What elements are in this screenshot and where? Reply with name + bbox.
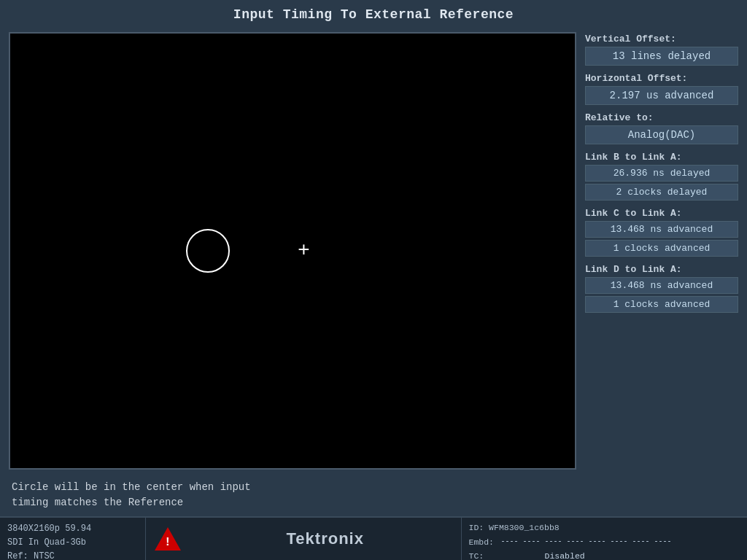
scope-circle [186, 229, 230, 273]
status-ref: Ref: NTSC [7, 550, 138, 560]
status-embd-label: Embd: [469, 535, 498, 550]
status-tc-label: TC: [469, 549, 498, 560]
link-d-group: Link D to Link A: 13.468 ns advanced 1 c… [585, 264, 738, 313]
link-c-value1: 13.468 ns advanced [585, 221, 738, 238]
link-b-label: Link B to Link A: [585, 152, 738, 163]
vertical-offset-group: Vertical Offset: 13 lines delayed [585, 34, 738, 66]
status-embd-value: ---- ---- ---- ---- ---- ---- ---- ---- [501, 535, 672, 550]
link-c-group: Link C to Link A: 13.468 ns advanced 1 c… [585, 208, 738, 257]
status-right: ID: WFM8300_1c6bb8 Embd: ---- ---- ---- … [461, 518, 748, 560]
vertical-offset-value: 13 lines delayed [585, 47, 738, 66]
status-bar: 3840X2160p 59.94 SDI In Quad-3Gb Ref: NT… [0, 516, 747, 560]
link-d-value1: 13.468 ns advanced [585, 277, 738, 294]
page-title: Input Timing To External Reference [0, 0, 747, 25]
status-signal-format: 3840X2160p 59.94 [7, 522, 138, 536]
scope-label: Circle will be in the center when input … [9, 475, 576, 510]
status-embd-row: Embd: ---- ---- ---- ---- ---- ---- ----… [469, 535, 740, 550]
link-d-value2: 1 clocks advanced [585, 296, 738, 313]
main-content: Circle will be in the center when input … [0, 25, 747, 516]
link-c-label: Link C to Link A: [585, 208, 738, 219]
horizontal-offset-group: Horizontal Offset: 2.197 us advanced [585, 73, 738, 105]
link-b-value2: 2 clocks delayed [585, 184, 738, 201]
relative-to-label: Relative to: [585, 112, 738, 123]
status-id: ID: WFM8300_1c6bb8 [469, 521, 740, 535]
left-panel: Circle will be in the center when input … [9, 32, 576, 510]
right-panel: Vertical Offset: 13 lines delayed Horizo… [585, 32, 738, 510]
relative-to-value: Analog(DAC) [585, 125, 738, 144]
link-c-value2: 1 clocks advanced [585, 240, 738, 257]
status-warning-area [146, 518, 190, 560]
scope-crosshair [298, 241, 310, 261]
link-d-label: Link D to Link A: [585, 264, 738, 275]
title-bar: Input Timing To External Reference [0, 0, 747, 25]
warning-icon [155, 527, 181, 551]
status-sdi-input: SDI In Quad-3Gb [7, 536, 138, 550]
vertical-offset-label: Vertical Offset: [585, 34, 738, 44]
link-b-group: Link B to Link A: 26.936 ns delayed 2 cl… [585, 152, 738, 201]
status-tc-row: TC: Disabled [469, 549, 740, 560]
status-left: 3840X2160p 59.94 SDI In Quad-3Gb Ref: NT… [0, 518, 146, 560]
relative-to-group: Relative to: Analog(DAC) [585, 112, 738, 144]
link-b-value1: 26.936 ns delayed [585, 165, 738, 182]
status-tc-value: Disabled [545, 549, 585, 560]
horizontal-offset-label: Horizontal Offset: [585, 73, 738, 84]
status-center: Tektronix [190, 518, 461, 560]
scope-display [9, 32, 576, 470]
horizontal-offset-value: 2.197 us advanced [585, 86, 738, 105]
tektronix-logo: Tektronix [287, 529, 364, 548]
